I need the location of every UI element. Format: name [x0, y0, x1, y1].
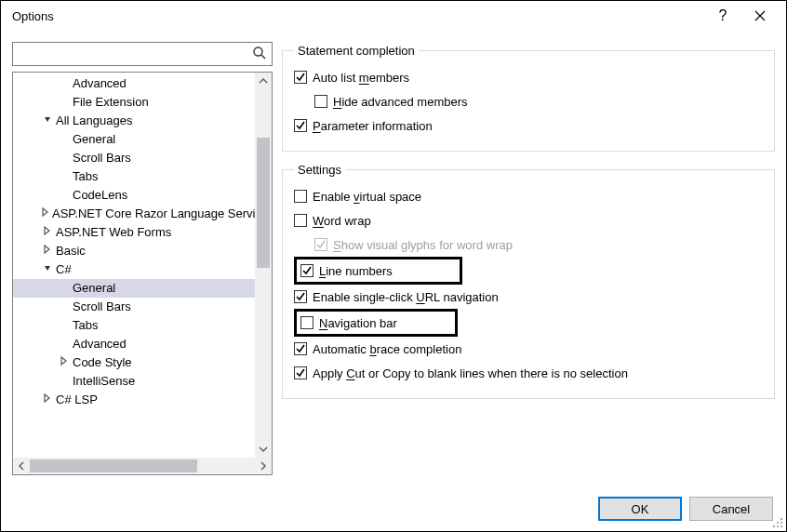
tree-item[interactable]: File Extension [13, 93, 255, 112]
tree-expander-icon[interactable] [41, 205, 50, 223]
automatic-brace-completion-checkbox[interactable] [294, 342, 307, 355]
parameter-information-label: Parameter information [313, 119, 433, 133]
line-numbers-highlight: Line numbers [294, 257, 462, 285]
tree-item[interactable]: Scroll Bars [13, 149, 255, 167]
tree-item-label: IntelliSense [71, 372, 135, 391]
tree-item[interactable]: Tabs [13, 167, 255, 186]
enable-virtual-space-checkbox[interactable] [294, 190, 307, 203]
tree-item[interactable]: Advanced [13, 335, 255, 353]
tree-item[interactable]: ASP.NET Core Razor Language Service [13, 205, 255, 223]
tree-item-label: CodeLens [71, 186, 127, 205]
tree-item-label: General [71, 130, 115, 149]
tree-item-label: C# LSP [54, 391, 98, 409]
statement-legend: Statement completion [294, 44, 419, 58]
ok-button[interactable]: OK [598, 497, 682, 521]
line-numbers-label: Line numbers [319, 264, 393, 278]
tree-item[interactable]: Basic [13, 242, 255, 260]
scroll-up-arrow[interactable] [255, 73, 272, 89]
search-input[interactable] [12, 42, 273, 66]
show-visual-glyphs-label: Show visual glyphs for word wrap [333, 238, 513, 252]
svg-line-1 [261, 55, 265, 59]
search-icon [252, 46, 267, 60]
navigation-bar-label: Navigation bar [319, 316, 397, 330]
svg-point-2 [780, 518, 782, 520]
tree-expander-icon[interactable] [41, 260, 54, 279]
svg-point-6 [777, 525, 779, 527]
tree-item-label: Advanced [71, 335, 127, 353]
enable-url-navigation-checkbox[interactable] [294, 290, 307, 303]
svg-point-3 [777, 522, 779, 524]
auto-list-members-checkbox[interactable] [294, 71, 307, 84]
tree-item-label: Tabs [71, 167, 98, 186]
line-numbers-checkbox[interactable] [300, 264, 313, 277]
tree-expander-icon[interactable] [41, 391, 54, 409]
navigation-bar-highlight: Navigation bar [294, 309, 458, 337]
tree-item[interactable]: General [13, 279, 255, 298]
settings-group: Settings Enable virtual space Word wrap … [282, 163, 775, 399]
tree-item-label: Tabs [71, 316, 98, 335]
tree-item[interactable]: C# LSP [13, 391, 255, 409]
scroll-thumb-h[interactable] [30, 459, 197, 472]
tree-item-label: ASP.NET Core Razor Language Service [50, 205, 255, 223]
scroll-left-arrow[interactable] [13, 458, 30, 474]
tree-item-label: Code Style [71, 353, 132, 372]
tree-item-label: General [71, 279, 115, 298]
apply-cut-copy-blank-lines-checkbox[interactable] [294, 366, 307, 379]
apply-cut-copy-blank-lines-label: Apply Cut or Copy to blank lines when th… [313, 366, 628, 380]
search-container [12, 42, 273, 66]
tree-item[interactable]: General [13, 130, 255, 149]
scroll-down-arrow[interactable] [255, 441, 272, 458]
window-title: Options [8, 9, 704, 23]
tree-expander-icon[interactable] [41, 223, 54, 242]
tree-item[interactable]: Code Style [13, 353, 255, 372]
tree-item[interactable]: C# [13, 260, 255, 279]
scroll-thumb[interactable] [257, 138, 270, 268]
tree-item-label: Advanced [71, 74, 127, 93]
hide-advanced-members-checkbox[interactable] [314, 95, 327, 108]
enable-url-navigation-label: Enable single-click URL navigation [313, 290, 499, 304]
tree-item-label: C# [54, 260, 72, 279]
tree-item-label: All Languages [54, 112, 132, 130]
titlebar: Options ? [1, 1, 786, 31]
word-wrap-label: Word wrap [313, 214, 371, 228]
tree-item[interactable]: Advanced [13, 74, 255, 93]
navigation-bar-checkbox[interactable] [300, 316, 313, 329]
tree-item[interactable]: IntelliSense [13, 372, 255, 391]
cancel-button[interactable]: Cancel [689, 497, 773, 521]
statement-completion-group: Statement completion Auto list members H… [282, 44, 775, 152]
svg-point-4 [780, 522, 782, 524]
tree-expander-icon[interactable] [58, 353, 71, 372]
hide-advanced-members-label: Hide advanced members [333, 95, 468, 109]
resize-grip[interactable] [769, 514, 784, 529]
svg-point-0 [254, 47, 262, 56]
tree-expander-icon[interactable] [41, 242, 54, 260]
tree-item-label: Basic [54, 242, 86, 260]
word-wrap-checkbox[interactable] [294, 214, 307, 227]
show-visual-glyphs-checkbox [314, 238, 327, 251]
svg-point-7 [780, 525, 782, 527]
tree-item[interactable]: Tabs [13, 316, 255, 335]
tree-view: AdvancedFile ExtensionAll LanguagesGener… [12, 72, 273, 475]
horizontal-scrollbar[interactable] [13, 458, 272, 474]
tree-item-label: ASP.NET Web Forms [54, 223, 171, 242]
scroll-right-arrow[interactable] [255, 458, 272, 474]
enable-virtual-space-label: Enable virtual space [313, 190, 421, 204]
automatic-brace-completion-label: Automatic brace completion [313, 342, 461, 356]
close-icon [754, 10, 766, 21]
vertical-scrollbar[interactable] [255, 73, 272, 458]
help-button[interactable]: ? [704, 3, 741, 29]
close-button[interactable] [741, 3, 779, 29]
tree-item[interactable]: ASP.NET Web Forms [13, 223, 255, 242]
tree-item[interactable]: Scroll Bars [13, 298, 255, 316]
svg-point-5 [773, 525, 775, 527]
settings-legend: Settings [294, 163, 345, 177]
tree-expander-icon[interactable] [41, 112, 54, 130]
parameter-information-checkbox[interactable] [294, 119, 307, 132]
tree-item-label: Scroll Bars [71, 149, 131, 167]
tree-item[interactable]: CodeLens [13, 186, 255, 205]
tree-item-label: Scroll Bars [71, 298, 131, 316]
tree-item[interactable]: All Languages [13, 112, 255, 130]
auto-list-members-label: Auto list members [313, 71, 409, 85]
tree-item-label: File Extension [71, 93, 149, 112]
